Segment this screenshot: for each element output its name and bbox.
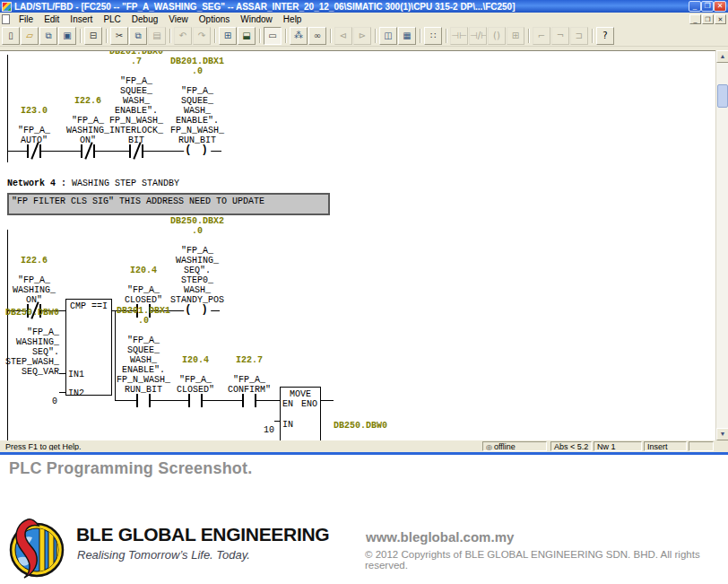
page: LAD/STL/FBD - [FC250 -- "FP_A_WASHING_SE… xyxy=(0,0,728,584)
operand-label: DB201.DBX1 .0 "FP_A_ SQUEE_ WASH_ ENABLE… xyxy=(160,50,235,145)
menu-item[interactable]: Edit xyxy=(39,13,65,25)
move-box[interactable]: MOVE EN ENO IN xyxy=(280,387,321,440)
in2-stub xyxy=(59,392,65,393)
help-button[interactable]: ? xyxy=(596,27,614,45)
close-button[interactable]: ✕ xyxy=(714,1,726,12)
status-help-text: Press F1 to get Help. xyxy=(2,441,477,451)
status-extra-panel xyxy=(689,441,714,451)
window-title: LAD/STL/FBD - [FC250 -- "FP_A_WASHING_SE… xyxy=(14,2,686,12)
menu-item[interactable]: Window xyxy=(235,13,278,25)
menu-item[interactable]: PLC xyxy=(98,13,126,25)
company-name: BLE GLOBAL ENGINEERING xyxy=(76,524,329,545)
symbolic-display-toggle[interactable]: ▭ xyxy=(264,27,282,45)
save-button[interactable]: ▣ xyxy=(58,27,76,45)
mdi-minimize-button[interactable]: _ xyxy=(689,14,701,24)
insert-nc-contact-button[interactable]: ⊣/⊢ xyxy=(469,27,487,45)
company-logo xyxy=(5,517,66,583)
toolbar-separator xyxy=(525,27,532,45)
operand-label: I22.7 "FP_A_ CONFIRM" xyxy=(212,345,287,395)
monitor-toggle[interactable]: ∞ xyxy=(308,27,326,45)
toolbar-separator xyxy=(256,27,263,45)
move-out-operand: DB250.DBW0 "FP_A_ WASHING_ xyxy=(334,411,387,440)
open-button[interactable]: ▱ xyxy=(21,27,39,45)
nc-contact-washing-on[interactable] xyxy=(81,144,95,158)
copyright-text: © 2012 Copyrights of BLE GLOBAL ENGINEER… xyxy=(365,549,728,571)
overview-button[interactable]: ▦ xyxy=(398,27,416,45)
title-bar: LAD/STL/FBD - [FC250 -- "FP_A_WASHING_SE… xyxy=(0,0,728,13)
insert-coil-button[interactable]: () xyxy=(488,27,506,45)
scroll-up-arrow[interactable]: ▲ xyxy=(716,50,728,63)
company-tagline: Realising Tomorrow’s Life. Today. xyxy=(77,548,250,562)
mdi-restore-button[interactable]: ❐ xyxy=(702,14,714,24)
in1-stub xyxy=(59,373,65,374)
menu-item[interactable]: Debug xyxy=(126,13,163,25)
toolbar-separator xyxy=(212,27,218,45)
new-button[interactable]: ▯ xyxy=(2,27,20,45)
nc-contact-interlock-bit[interactable] xyxy=(129,144,143,158)
status-network-number: Nw 1 xyxy=(594,441,642,451)
network-header[interactable]: Network 4 : WASHING STEP STANDBY xyxy=(7,179,179,188)
ladder-canvas[interactable]: ( ) I23.0 "FP_A_ AUTO" I22.6 "FP_A_ WASH… xyxy=(0,50,715,440)
menu-item[interactable]: View xyxy=(163,13,194,25)
menu-item[interactable]: Insert xyxy=(65,13,98,25)
toolbar: ▯▱⧉▣⊟✂⧉▤↶↷⊞⬓▭⁂∞⊲⊳◫▦∷⊣⊢⊣/⊢()⊞⌐¬⊐? xyxy=(0,25,728,47)
move-out-line xyxy=(321,400,334,401)
insert-jump-button[interactable]: ⊐ xyxy=(570,27,588,45)
menu-bar: FileEditInsertPLCDebugViewOptionsWindowH… xyxy=(0,13,728,25)
menu-item[interactable]: Options xyxy=(194,13,235,25)
open-branch-button[interactable]: ⌐ xyxy=(533,27,550,45)
toolbar-separator xyxy=(372,27,378,45)
plc-editor-window: LAD/STL/FBD - [FC250 -- "FP_A_WASHING_SE… xyxy=(0,0,728,455)
toolbar-separator xyxy=(327,27,334,45)
restore-button[interactable]: ❐ xyxy=(701,1,714,12)
titlebar-buttons: _❐✕ xyxy=(689,1,726,12)
status-abs-mode: Abs < 5.2 xyxy=(550,441,592,451)
download-button[interactable]: ⬓ xyxy=(238,27,256,45)
toolbar-separator xyxy=(443,27,449,45)
cut-button[interactable]: ✂ xyxy=(110,27,128,45)
insert-box-button[interactable]: ⊞ xyxy=(507,27,524,45)
website-link[interactable]: www.bleglobal.com.my xyxy=(366,529,514,545)
document-icon xyxy=(2,14,10,24)
next-error-button[interactable]: ⊳ xyxy=(353,27,371,45)
new-window-button[interactable]: ◫ xyxy=(379,27,397,45)
toolbar-separator xyxy=(589,27,595,45)
menu-item[interactable]: Help xyxy=(278,13,308,25)
open-online-button[interactable]: ⧉ xyxy=(39,27,57,45)
minimize-button[interactable]: _ xyxy=(689,1,701,12)
close-branch-button[interactable]: ¬ xyxy=(551,27,569,45)
paste-button[interactable]: ▤ xyxy=(148,27,166,45)
redo-button[interactable]: ↷ xyxy=(193,27,211,45)
connection-icon: ◎ xyxy=(486,443,492,451)
prev-error-button[interactable]: ⊲ xyxy=(334,27,352,45)
mdi-buttons: _❐✕ xyxy=(689,14,726,24)
move-in-operand: 10 xyxy=(255,415,274,435)
no-contact-confirm[interactable] xyxy=(242,394,256,407)
toolbar-separator xyxy=(167,27,173,45)
mdi-close-button[interactable]: ✕ xyxy=(715,14,726,24)
coil-standby-pos[interactable]: ( ) xyxy=(184,303,211,316)
program-elements-button[interactable]: ⊞ xyxy=(219,27,237,45)
toolbar-separator xyxy=(103,27,109,45)
status-insert-mode: Insert xyxy=(644,441,687,451)
symbol-info-button[interactable]: ⁂ xyxy=(290,27,308,45)
scroll-down-arrow[interactable]: ▼ xyxy=(716,428,728,440)
operand-label: I22.6 "FP_A_ WASHING_ ON" xyxy=(0,246,72,305)
scroll-thumb[interactable] xyxy=(717,84,728,108)
menu-item[interactable]: File xyxy=(13,13,39,25)
print-button[interactable]: ⊟ xyxy=(84,27,102,45)
cmp-in1-operand: DB250.DBW0 "FP_A_ WASHING_ SEQ". STEP_WA… xyxy=(5,298,59,377)
app-icon xyxy=(2,2,12,12)
undo-button[interactable]: ↶ xyxy=(174,27,192,45)
menu-items: FileEditInsertPLCDebugViewOptionsWindowH… xyxy=(13,13,307,25)
toolbar-separator xyxy=(77,27,83,45)
nc-contact-auto[interactable] xyxy=(27,144,41,158)
vertical-scrollbar[interactable]: ▲ ▼ xyxy=(715,50,728,440)
no-contact-run-bit[interactable] xyxy=(136,394,151,407)
address-id-button[interactable]: ∷ xyxy=(424,27,442,45)
coil-run-bit[interactable]: ( ) xyxy=(184,144,211,156)
copy-button[interactable]: ⧉ xyxy=(129,27,147,45)
no-contact-closed-2[interactable] xyxy=(188,394,203,407)
status-bar: Press F1 to get Help. ◎offline Abs < 5.2… xyxy=(0,440,728,452)
insert-no-contact-button[interactable]: ⊣⊢ xyxy=(450,27,468,45)
